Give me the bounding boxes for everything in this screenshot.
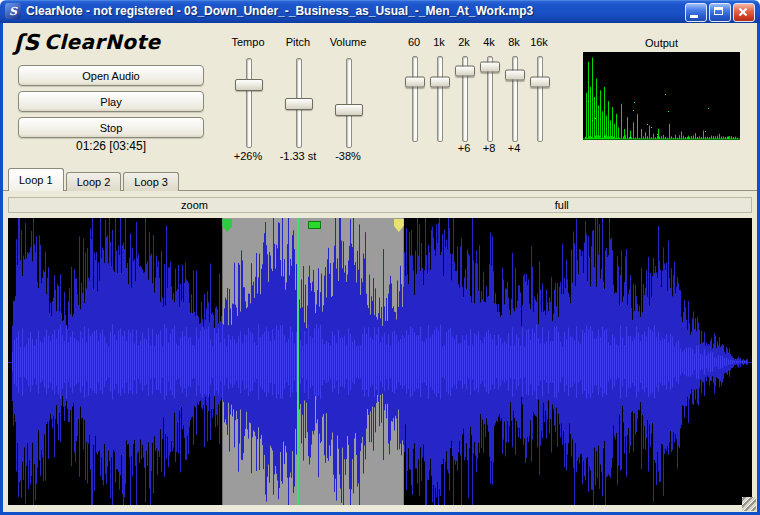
eq-thumb-2k[interactable]	[455, 66, 475, 77]
tab-loop-1[interactable]: Loop 1	[8, 168, 64, 191]
app-window: S ClearNote - not registered - 03_Down_U…	[0, 0, 760, 515]
eq-slider-2k[interactable]	[462, 56, 468, 142]
eq-band-4k: 4k +8	[476, 36, 502, 154]
window-controls	[685, 3, 755, 22]
full-button[interactable]: full	[555, 199, 569, 211]
play-button[interactable]: Play	[18, 91, 204, 112]
playhead[interactable]	[297, 218, 299, 505]
pitch-slider-thumb[interactable]	[285, 98, 313, 110]
waveform-canvas[interactable]	[8, 218, 752, 505]
eq-label-4k: 4k	[476, 36, 502, 48]
waveform-display[interactable]	[8, 218, 752, 505]
volume-slider-thumb[interactable]	[335, 104, 363, 116]
time-display: 01:26 [03:45]	[18, 139, 204, 153]
close-button[interactable]	[733, 3, 755, 22]
eq-label-1k: 1k	[426, 36, 452, 48]
eq-band-60: 60	[401, 36, 427, 154]
tempo-slider[interactable]	[246, 58, 252, 148]
eq-slider-1k[interactable]	[437, 56, 443, 142]
logo-text: ClearNote	[44, 30, 161, 54]
volume-label: Volume	[318, 36, 378, 48]
maximize-button[interactable]	[709, 3, 731, 22]
resize-grip[interactable]	[742, 497, 756, 511]
spectrum-canvas	[583, 52, 740, 140]
zoom-button[interactable]: zoom	[181, 199, 208, 211]
stop-button[interactable]: Stop	[18, 117, 204, 138]
eq-thumb-4k[interactable]	[480, 62, 500, 73]
logo-icon: ʃS	[14, 30, 39, 55]
open-audio-button[interactable]: Open Audio	[18, 65, 204, 86]
title-bar: S ClearNote - not registered - 03_Down_U…	[0, 0, 760, 23]
volume-slider-group: Volume -38%	[318, 36, 378, 164]
eq-slider-4k[interactable]	[487, 56, 493, 142]
volume-slider[interactable]	[346, 58, 352, 148]
volume-value: -38%	[308, 150, 388, 162]
app-logo: ʃS ClearNote	[14, 27, 161, 57]
eq-label-60: 60	[401, 36, 427, 48]
minimize-button[interactable]	[685, 3, 707, 22]
eq-thumb-8k[interactable]	[505, 70, 525, 81]
pitch-slider[interactable]	[296, 58, 302, 148]
maximize-icon	[714, 7, 723, 15]
app-icon: S	[5, 3, 21, 19]
loop-tabs: Loop 1 Loop 2 Loop 3	[8, 168, 179, 191]
eq-label-2k: 2k	[451, 36, 477, 48]
output-label: Output	[583, 37, 740, 49]
eq-band-2k: 2k +6	[451, 36, 477, 154]
eq-label-8k: 8k	[501, 36, 527, 48]
tab-loop-2[interactable]: Loop 2	[66, 172, 122, 191]
eq-thumb-1k[interactable]	[430, 77, 450, 88]
eq-slider-60[interactable]	[412, 56, 418, 142]
zoom-bar[interactable]: zoom full	[8, 197, 752, 213]
eq-slider-16k[interactable]	[537, 56, 543, 142]
eq-slider-8k[interactable]	[512, 56, 518, 142]
position-marker[interactable]	[308, 221, 321, 229]
eq-band-1k: 1k	[426, 36, 452, 154]
tempo-slider-thumb[interactable]	[235, 79, 263, 91]
eq-band-8k: 8k +4	[501, 36, 527, 154]
spectrum-display	[583, 52, 740, 140]
minimize-icon	[690, 15, 698, 18]
window-title: ClearNote - not registered - 03_Down_Und…	[26, 4, 688, 18]
eq-label-16k: 16k	[526, 36, 552, 48]
tab-loop-3[interactable]: Loop 3	[123, 172, 179, 191]
eq-thumb-60[interactable]	[405, 77, 425, 88]
eq-thumb-16k[interactable]	[530, 77, 550, 88]
eq-band-16k: 16k	[526, 36, 552, 154]
